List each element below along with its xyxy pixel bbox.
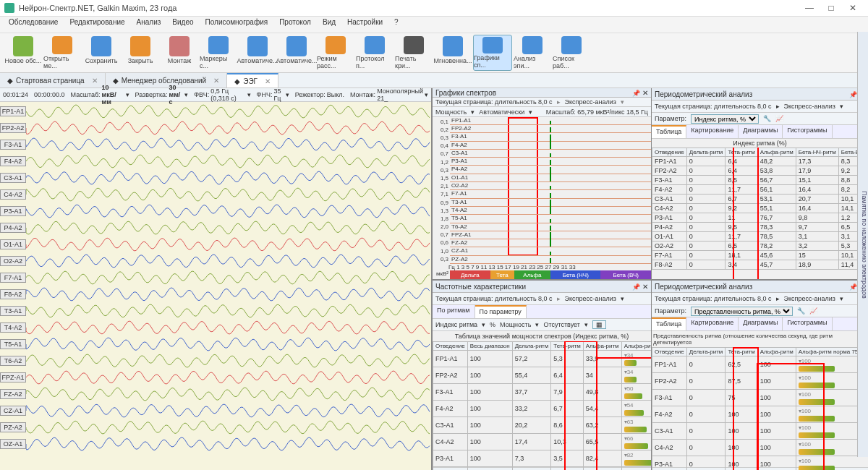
- menu-Протокол[interactable]: Протокол: [273, 18, 317, 31]
- period2-table[interactable]: ОтведениеДельта-ритмТета-ритмАльфа-ритмА…: [652, 347, 868, 470]
- chart-icon[interactable]: 📈: [775, 115, 783, 122]
- eeg-canvas[interactable]: FP1-A1FP2-A2F3-A1F4-A2C3-A1C4-A2P3-A1P4-…: [0, 102, 431, 453]
- spectra-title: Графики спектров: [435, 89, 496, 97]
- tool-icon[interactable]: 🔧: [763, 115, 771, 122]
- ribbon-Мгновенна...[interactable]: Мгновенна...: [434, 35, 472, 71]
- freq-table[interactable]: ОтведениеВесь диапазонДельта-ритмТета-ри…: [433, 341, 651, 470]
- ribbon-Графики сп...[interactable]: Графики сп...: [473, 35, 512, 71]
- menu-?[interactable]: ?: [388, 18, 404, 31]
- eeg-toolbar: 00:01:24 00:00:00.0 Масштаб: 10 мкВ/мм ▾…: [0, 88, 431, 102]
- min-button[interactable]: —: [799, 3, 820, 13]
- menubar: ОбследованиеРедактированиеАнализВидеоПол…: [0, 17, 868, 33]
- right-sidebar-tab[interactable]: Памятка по наложению электродов: [857, 32, 868, 457]
- tab-ЭЭГ[interactable]: ◆ ЭЭГ ✕: [227, 73, 278, 87]
- menu-Полисомнография[interactable]: Полисомнография: [200, 18, 274, 31]
- ribbon-Автоматиче...[interactable]: Автоматиче...: [239, 35, 276, 71]
- ribbon: Новое обс...Открыть ме...СохранитьЗакрыт…: [0, 33, 868, 73]
- menu-Обследование[interactable]: Обследование: [3, 18, 64, 31]
- ribbon-Автоматиче...[interactable]: Автоматиче...: [278, 35, 315, 71]
- ribbon-Закрыть[interactable]: Закрыть: [122, 35, 159, 71]
- ribbon-Печать кри...[interactable]: Печать кри...: [395, 35, 433, 71]
- ribbon-Монтаж[interactable]: Монтаж: [161, 35, 198, 71]
- ribbon-Список раб...[interactable]: Список раб...: [553, 35, 590, 71]
- pin-icon[interactable]: 📌: [632, 90, 640, 97]
- ribbon-Протокол п...[interactable]: Протокол п...: [356, 35, 393, 71]
- ribbon-Маркеры с...[interactable]: Маркеры с...: [200, 35, 237, 71]
- ribbon-Новое обс...[interactable]: Новое обс...: [4, 35, 42, 71]
- page-tabs: ◆ Стартовая страница ✕◆ Менеджер обследо…: [0, 73, 868, 88]
- spectra-chart: 0,10,20,30,40,71,20,31,52,17,10,91,31,82…: [433, 117, 651, 264]
- ribbon-Сохранить[interactable]: Сохранить: [82, 35, 120, 71]
- app-title: Нейрон-Спектр.NET, Galkin Maxim, 23 года: [19, 4, 799, 12]
- menu-Редактирование[interactable]: Редактирование: [64, 18, 130, 31]
- time: 00:01:24: [3, 91, 28, 98]
- ribbon-Режим расс...[interactable]: Режим расс...: [317, 35, 354, 71]
- close-button[interactable]: ✕: [842, 3, 864, 13]
- range: 00:00:00.0: [34, 91, 65, 98]
- menu-Вид[interactable]: Вид: [317, 18, 341, 31]
- max-button[interactable]: □: [820, 3, 842, 13]
- period1-table[interactable]: ОтведениеДельта-ритмТета-ритмАльфа-ритмБ…: [652, 148, 868, 279]
- ribbon-Открыть ме...[interactable]: Открыть ме...: [43, 35, 81, 71]
- menu-Настройки[interactable]: Настройки: [341, 18, 388, 31]
- menu-Анализ[interactable]: Анализ: [131, 18, 167, 31]
- freq-title: Частотные характеристики: [435, 283, 526, 291]
- app-icon: [4, 3, 14, 13]
- channel-OZ-A1: OZ-A1: [0, 435, 431, 453]
- grid-icon[interactable]: ▦: [592, 320, 606, 329]
- eeg-panel: 00:01:24 00:00:00.0 Масштаб: 10 мкВ/мм ▾…: [0, 88, 432, 470]
- panel-close[interactable]: ✕: [642, 89, 648, 97]
- ribbon-Анализ эпи...[interactable]: Анализ эпи...: [514, 35, 551, 71]
- menu-Видео[interactable]: Видео: [166, 18, 199, 31]
